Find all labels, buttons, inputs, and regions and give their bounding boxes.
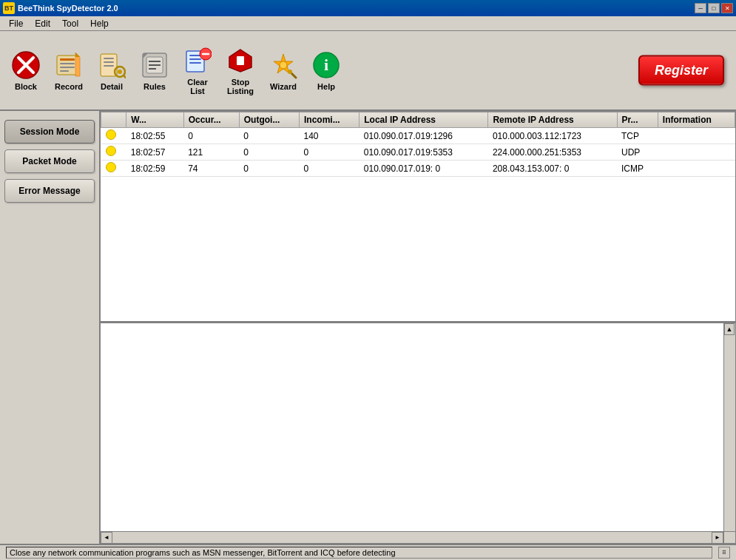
row-remote-ip: 224.000.000.251:5353 xyxy=(488,144,617,161)
table-row[interactable]: 18:02:55 0 0 140 010.090.017.019:1296 01… xyxy=(101,128,735,144)
status-indicator xyxy=(106,162,116,172)
svg-text:i: i xyxy=(324,55,328,74)
wizard-button[interactable]: Wizard xyxy=(263,37,303,104)
row-time: 18:02:57 xyxy=(126,144,183,161)
svg-point-14 xyxy=(118,70,122,74)
row-indicator-cell xyxy=(101,161,126,177)
svg-rect-23 xyxy=(189,62,201,64)
row-local-ip: 010.090.017.019:1296 xyxy=(359,128,488,144)
row-local-ip: 010.090.017.019:5353 xyxy=(359,144,488,161)
row-indicator-cell xyxy=(101,128,126,144)
row-remote-ip: 208.043.153.007: 0 xyxy=(488,161,617,177)
menu-edit[interactable]: Edit xyxy=(29,17,56,30)
table-row[interactable]: 18:02:59 74 0 0 010.090.017.019: 0 208.0… xyxy=(101,161,735,177)
row-incoming: 140 xyxy=(300,128,359,144)
session-mode-button[interactable]: Session Mode xyxy=(4,120,95,144)
detail-label: Detail xyxy=(101,82,123,91)
record-label: Record xyxy=(55,82,83,91)
svg-rect-3 xyxy=(57,55,78,75)
status-indicator xyxy=(106,146,116,156)
error-message-button[interactable]: Error Message xyxy=(4,179,95,203)
toolbar: Block Record xyxy=(0,31,736,111)
table-row[interactable]: 18:02:57 121 0 0 010.090.017.019:5353 22… xyxy=(101,144,735,161)
svg-rect-9 xyxy=(104,58,114,59)
svg-line-13 xyxy=(124,75,126,78)
stop-listing-label: StopListing xyxy=(227,78,254,95)
row-indicator-cell xyxy=(101,144,126,161)
app-icon: BT xyxy=(3,2,15,14)
scroll-track xyxy=(112,532,712,543)
horizontal-scrollbar[interactable]: ◄ ► xyxy=(101,531,735,543)
row-outgoing: 0 xyxy=(239,161,299,177)
data-table-area: W... Occur... Outgoi... Incomi... Local … xyxy=(100,111,736,322)
row-occurrences: 121 xyxy=(183,144,239,161)
packet-mode-button[interactable]: Packet Mode xyxy=(4,149,95,173)
help-button[interactable]: i Help xyxy=(306,37,346,104)
rules-button[interactable]: Rules xyxy=(135,37,175,104)
col-header-local-ip: Local IP Address xyxy=(359,112,488,128)
svg-point-28 xyxy=(280,61,287,69)
sessions-table: W... Occur... Outgoi... Incomi... Local … xyxy=(101,112,735,177)
svg-rect-27 xyxy=(237,56,244,65)
table-container[interactable]: W... Occur... Outgoi... Incomi... Local … xyxy=(101,112,735,321)
wizard-label: Wizard xyxy=(270,82,297,91)
scroll-left-arrow[interactable]: ◄ xyxy=(101,532,112,544)
vertical-scrollbar[interactable]: ▲ xyxy=(723,323,735,543)
row-info xyxy=(658,128,735,144)
window-controls: ─ □ ✕ xyxy=(695,3,733,13)
svg-rect-10 xyxy=(104,61,114,63)
row-local-ip: 010.090.017.019: 0 xyxy=(359,161,488,177)
row-remote-ip: 010.000.003.112:1723 xyxy=(488,128,617,144)
record-button[interactable]: Record xyxy=(49,37,89,104)
lower-panel[interactable]: ▲ ◄ ► xyxy=(100,322,736,544)
status-text: Close any network communication programs… xyxy=(10,548,396,557)
row-time: 18:02:59 xyxy=(126,161,183,177)
col-header-occurrences: Occur... xyxy=(183,112,239,128)
scroll-up-arrow[interactable]: ▲ xyxy=(724,323,735,335)
col-header-time: W... xyxy=(126,112,183,128)
svg-rect-11 xyxy=(104,65,114,67)
resize-grip[interactable]: ⠿ xyxy=(718,547,730,559)
row-outgoing: 0 xyxy=(239,144,299,161)
clear-list-label: ClearList xyxy=(187,78,208,95)
detail-button[interactable]: Detail xyxy=(92,37,132,104)
block-button[interactable]: Block xyxy=(6,37,46,104)
status-indicator xyxy=(106,129,116,140)
content-area: W... Occur... Outgoi... Incomi... Local … xyxy=(100,111,736,544)
menu-bar: File Edit Tool Help xyxy=(0,16,736,31)
maximize-button[interactable]: □ xyxy=(708,3,720,13)
row-outgoing: 0 xyxy=(239,128,299,144)
minimize-button[interactable]: ─ xyxy=(695,3,706,13)
col-header-protocol: Pr... xyxy=(617,112,658,128)
stop-listing-button[interactable]: StopListing xyxy=(220,37,260,104)
record-icon xyxy=(53,50,84,81)
scroll-corner xyxy=(723,532,735,544)
register-button[interactable]: Register xyxy=(638,55,724,86)
scroll-right-arrow[interactable]: ► xyxy=(712,532,723,544)
col-header-information: Information xyxy=(658,112,735,128)
status-message: Close any network communication programs… xyxy=(6,547,712,559)
row-occurrences: 0 xyxy=(183,128,239,144)
clear-list-icon xyxy=(182,45,213,76)
row-occurrences: 74 xyxy=(183,161,239,177)
menu-help[interactable]: Help xyxy=(84,17,115,30)
svg-rect-22 xyxy=(189,58,201,60)
svg-rect-7 xyxy=(60,70,69,72)
col-header-remote-ip: Remote IP Address xyxy=(488,112,617,128)
col-header-outgoing: Outgoi... xyxy=(239,112,299,128)
status-bar: Close any network communication programs… xyxy=(0,544,736,560)
main-layout: Session Mode Packet Mode Error Message W… xyxy=(0,111,736,544)
row-info xyxy=(658,161,735,177)
wizard-icon xyxy=(268,50,299,81)
svg-point-30 xyxy=(288,70,292,74)
app-title: BeeThink SpyDetector 2.0 xyxy=(18,4,118,13)
clear-list-button[interactable]: ClearList xyxy=(178,37,217,104)
close-button[interactable]: ✕ xyxy=(721,3,733,13)
svg-rect-4 xyxy=(60,58,75,61)
title-bar: BT BeeThink SpyDetector 2.0 ─ □ ✕ xyxy=(0,0,736,16)
row-time: 18:02:55 xyxy=(126,128,183,144)
svg-rect-5 xyxy=(60,63,75,64)
menu-file[interactable]: File xyxy=(3,17,29,30)
menu-tool[interactable]: Tool xyxy=(56,17,84,30)
row-protocol: ICMP xyxy=(617,161,658,177)
